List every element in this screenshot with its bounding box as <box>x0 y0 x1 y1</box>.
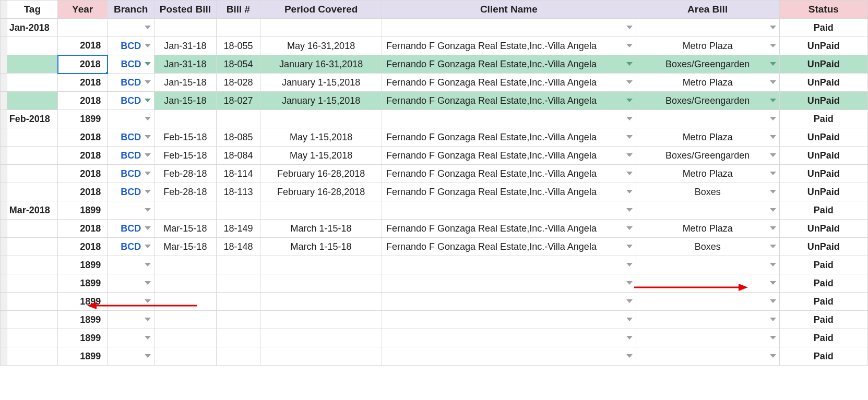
cell-period[interactable]: March 1-15-18 <box>260 220 382 238</box>
dropdown-icon[interactable] <box>770 299 776 304</box>
dropdown-icon[interactable] <box>770 135 776 139</box>
cell-period[interactable] <box>260 311 382 329</box>
cell-client[interactable] <box>382 311 636 329</box>
spreadsheet-grid[interactable]: Tag Year Branch Posted Bill Bill # Perio… <box>0 0 868 366</box>
header-branch[interactable]: Branch <box>108 1 154 19</box>
dropdown-icon[interactable] <box>626 153 633 157</box>
row-gutter[interactable] <box>1 274 7 293</box>
row-gutter[interactable] <box>1 92 7 110</box>
cell-area[interactable]: Metro Plaza <box>636 165 779 183</box>
cell-area[interactable]: Metro Plaza <box>636 37 779 55</box>
cell-year[interactable]: 1899 <box>58 311 108 329</box>
dropdown-icon[interactable] <box>770 208 776 212</box>
cell-posted[interactable] <box>154 110 216 128</box>
cell-posted[interactable]: Feb-28-18 <box>154 183 216 201</box>
cell-billn[interactable] <box>216 201 260 220</box>
cell-branch[interactable]: BCD <box>108 128 154 147</box>
dropdown-icon[interactable] <box>626 263 633 267</box>
cell-period[interactable] <box>260 201 382 220</box>
cell-posted[interactable] <box>154 293 216 311</box>
dropdown-icon[interactable] <box>770 318 776 322</box>
cell-area[interactable] <box>636 311 779 329</box>
row-gutter[interactable] <box>1 201 7 220</box>
cell-year[interactable]: 2018 <box>58 147 108 165</box>
cell-billn[interactable]: 18-148 <box>216 238 260 256</box>
cell-tag[interactable] <box>7 165 57 183</box>
cell-area[interactable]: Metro Plaza <box>636 128 779 147</box>
cell-posted[interactable] <box>154 347 216 366</box>
cell-year[interactable]: 2018 <box>58 165 108 183</box>
cell-client[interactable]: Fernando F Gonzaga Real Estate,Inc.-Vill… <box>382 147 636 165</box>
cell-year[interactable]: 1899 <box>58 110 108 128</box>
cell-period[interactable]: January 1-15,2018 <box>260 92 382 110</box>
dropdown-icon[interactable] <box>770 245 776 249</box>
dropdown-icon[interactable] <box>145 135 151 139</box>
cell-billn[interactable]: 18-084 <box>216 147 260 165</box>
row-gutter[interactable] <box>1 256 7 274</box>
cell-status[interactable]: Paid <box>779 256 867 274</box>
cell-area[interactable] <box>636 19 779 37</box>
dropdown-icon[interactable] <box>145 245 151 249</box>
cell-billn[interactable] <box>216 110 260 128</box>
cell-posted[interactable]: Mar-15-18 <box>154 238 216 256</box>
row-gutter[interactable] <box>1 238 7 256</box>
cell-tag[interactable] <box>7 92 57 110</box>
header-period[interactable]: Period Covered <box>260 1 382 19</box>
cell-year[interactable]: 2018 <box>58 92 108 110</box>
cell-client[interactable] <box>382 256 636 274</box>
cell-branch[interactable] <box>108 110 154 128</box>
row-gutter[interactable] <box>1 183 7 201</box>
cell-billn[interactable]: 18-114 <box>216 165 260 183</box>
cell-status[interactable]: UnPaid <box>779 147 867 165</box>
cell-billn[interactable]: 18-027 <box>216 92 260 110</box>
cell-status[interactable]: Paid <box>779 293 867 311</box>
dropdown-icon[interactable] <box>770 263 776 267</box>
cell-branch[interactable]: BCD <box>108 165 154 183</box>
cell-year[interactable]: 2018 <box>58 238 108 256</box>
cell-period[interactable] <box>260 329 382 347</box>
header-tag[interactable]: Tag <box>7 1 57 19</box>
cell-branch[interactable] <box>108 347 154 366</box>
header-year[interactable]: Year <box>58 1 108 19</box>
cell-branch[interactable]: BCD <box>108 147 154 165</box>
dropdown-icon[interactable] <box>626 190 633 194</box>
header-client[interactable]: Client Name <box>382 1 636 19</box>
cell-tag[interactable] <box>7 220 57 238</box>
cell-client[interactable] <box>382 110 636 128</box>
dropdown-icon[interactable] <box>145 80 151 84</box>
cell-billn[interactable]: 18-055 <box>216 37 260 55</box>
cell-area[interactable]: Boxes/Greengarden <box>636 55 779 74</box>
cell-status[interactable]: UnPaid <box>779 183 867 201</box>
dropdown-icon[interactable] <box>626 299 633 304</box>
cell-posted[interactable]: Jan-31-18 <box>154 55 216 74</box>
dropdown-icon[interactable] <box>770 80 776 84</box>
row-gutter[interactable] <box>1 165 7 183</box>
cell-branch[interactable] <box>108 19 154 37</box>
cell-billn[interactable]: 18-149 <box>216 220 260 238</box>
dropdown-icon[interactable] <box>626 318 633 322</box>
dropdown-icon[interactable] <box>770 26 776 30</box>
cell-branch[interactable] <box>108 256 154 274</box>
row-gutter[interactable] <box>1 55 7 74</box>
dropdown-icon[interactable] <box>770 226 776 231</box>
dropdown-icon[interactable] <box>770 190 776 194</box>
cell-year[interactable]: 1899 <box>58 256 108 274</box>
dropdown-icon[interactable] <box>145 26 151 30</box>
cell-tag[interactable] <box>7 183 57 201</box>
cell-billn[interactable] <box>216 293 260 311</box>
cell-client[interactable] <box>382 329 636 347</box>
dropdown-icon[interactable] <box>770 99 776 103</box>
cell-tag[interactable]: Mar-2018 <box>7 201 57 220</box>
dropdown-icon[interactable] <box>770 153 776 157</box>
cell-branch[interactable]: BCD <box>108 74 154 92</box>
cell-client[interactable]: Fernando F Gonzaga Real Estate,Inc.-Vill… <box>382 74 636 92</box>
cell-posted[interactable]: Jan-15-18 <box>154 74 216 92</box>
cell-billn[interactable]: 18-054 <box>216 55 260 74</box>
dropdown-icon[interactable] <box>145 99 151 103</box>
cell-status[interactable]: UnPaid <box>779 92 867 110</box>
cell-period[interactable] <box>260 110 382 128</box>
cell-branch[interactable] <box>108 293 154 311</box>
cell-period[interactable]: March 1-15-18 <box>260 238 382 256</box>
cell-area[interactable] <box>636 293 779 311</box>
dropdown-icon[interactable] <box>770 336 776 340</box>
